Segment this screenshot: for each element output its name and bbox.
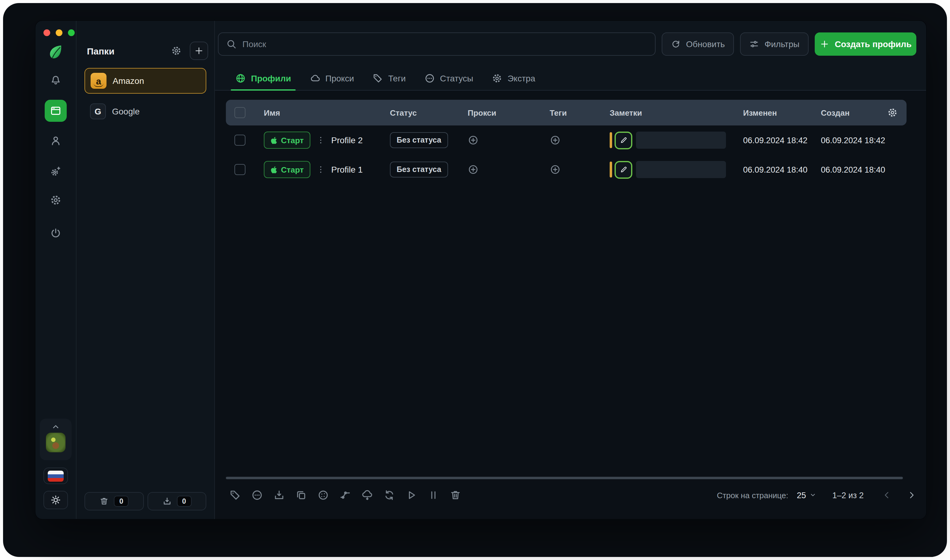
next-page-button[interactable] — [907, 490, 916, 500]
refresh-button[interactable]: Обновить — [662, 32, 734, 56]
tab-profiles[interactable]: Профили — [226, 66, 300, 90]
topbar: Обновить Фильтры Создать профиль — [218, 32, 916, 56]
desktop-background: Папки a Amazon — [0, 0, 950, 560]
add-tag-button[interactable] — [550, 135, 561, 146]
theme-toggle-button[interactable] — [43, 491, 68, 509]
bulk-copy-button[interactable] — [295, 489, 307, 501]
tab-tags[interactable]: Теги — [363, 66, 415, 90]
apple-icon — [271, 136, 277, 144]
folder-item-google[interactable]: G Google — [85, 98, 206, 124]
user-avatar[interactable] — [46, 433, 66, 452]
status-badge[interactable]: Без статуса — [390, 132, 448, 148]
header-notes: Заметки — [610, 108, 743, 117]
folder-item-amazon[interactable]: a Amazon — [85, 68, 206, 94]
plus-icon — [820, 39, 830, 49]
note-field[interactable] — [636, 161, 726, 178]
trash-icon — [100, 496, 109, 506]
header-tags: Теги — [548, 108, 610, 117]
row-menu-button[interactable] — [316, 165, 326, 174]
power-icon — [49, 227, 62, 239]
edit-note-button[interactable] — [614, 131, 632, 149]
folders-settings-button[interactable] — [168, 42, 185, 59]
start-profile-button[interactable]: Старт — [264, 132, 310, 149]
apple-icon — [271, 166, 277, 174]
tab-extra[interactable]: Экстра — [482, 66, 545, 90]
play-icon — [405, 489, 417, 501]
search-icon — [226, 38, 237, 49]
filters-button[interactable]: Фильтры — [740, 32, 808, 56]
screen-background: Папки a Amazon — [3, 3, 947, 557]
bulk-proxy-button[interactable] — [339, 489, 351, 501]
ellipsis-circle-icon — [251, 489, 263, 501]
bulk-cloud-sync-button[interactable] — [361, 489, 373, 501]
collapse-button[interactable] — [51, 422, 61, 431]
archive-icon — [162, 496, 172, 506]
nav-automation-button[interactable] — [49, 165, 62, 177]
bulk-cookies-button[interactable] — [317, 489, 329, 501]
bulk-transfer-button[interactable] — [273, 489, 285, 501]
created-date: 06.09.2024 18:42 — [821, 135, 885, 145]
minimize-window-button[interactable] — [56, 29, 62, 36]
icon-rail — [35, 21, 77, 519]
rows-per-page-label: Строк на странице: — [717, 491, 788, 500]
created-date: 06.09.2024 18:40 — [821, 165, 885, 174]
table-header: Имя Статус Прокси Теги Заметки Изменен С… — [226, 100, 907, 125]
nav-settings-button[interactable] — [49, 194, 62, 206]
active-nav-tile — [45, 100, 67, 122]
nav-profiles-button[interactable] — [45, 100, 67, 122]
language-button[interactable] — [43, 468, 68, 484]
gear-icon — [171, 45, 182, 56]
header-modified: Изменен — [743, 108, 821, 117]
add-folder-button[interactable] — [190, 42, 208, 60]
trash-folders-button[interactable]: 0 — [85, 492, 143, 511]
tab-statuses[interactable]: Статусы — [415, 66, 483, 90]
note-accent-bar — [610, 162, 612, 177]
trash-icon — [449, 489, 462, 501]
amazon-icon: a — [91, 73, 106, 89]
bulk-start-button[interactable] — [405, 489, 417, 501]
sun-icon — [50, 494, 61, 506]
note-field[interactable] — [636, 132, 726, 149]
app-logo — [46, 43, 65, 61]
table-row: Старт Profile 2 Без статуса — [226, 125, 907, 155]
window-controls — [43, 29, 75, 36]
tab-proxy[interactable]: Прокси — [300, 66, 363, 90]
horizontal-scrollbar[interactable] — [226, 477, 903, 479]
maximize-window-button[interactable] — [68, 29, 75, 36]
logout-button[interactable] — [49, 227, 62, 239]
bulk-delete-button[interactable] — [449, 489, 462, 501]
folder-list: a Amazon G Google — [85, 68, 206, 124]
add-tag-button[interactable] — [550, 164, 561, 175]
globe-icon — [235, 72, 246, 83]
previous-page-button[interactable] — [882, 490, 892, 500]
row-checkbox[interactable] — [234, 164, 245, 175]
column-settings-button[interactable] — [887, 100, 898, 125]
note-widget — [610, 131, 726, 149]
bulk-tags-button[interactable] — [229, 489, 241, 501]
bulk-status-button[interactable] — [251, 489, 263, 501]
rows-per-page-select[interactable]: 25 — [797, 491, 816, 500]
ellipsis-circle-icon — [424, 72, 435, 83]
create-profile-button[interactable]: Создать профиль — [815, 32, 916, 56]
start-profile-button[interactable]: Старт — [264, 161, 310, 178]
bulk-pause-button[interactable] — [427, 489, 439, 501]
add-proxy-button[interactable] — [468, 135, 479, 146]
archive-folders-button[interactable]: 0 — [147, 492, 206, 511]
page-range: 1–2 из 2 — [832, 491, 864, 500]
close-window-button[interactable] — [43, 29, 50, 36]
search-input[interactable] — [242, 39, 648, 49]
app-window: Папки a Amazon — [35, 20, 927, 520]
add-proxy-button[interactable] — [468, 164, 479, 175]
nav-accounts-button[interactable] — [49, 135, 62, 147]
tag-icon — [229, 489, 241, 501]
folder-name: Amazon — [112, 76, 144, 86]
edit-note-button[interactable] — [614, 161, 632, 178]
row-checkbox[interactable] — [234, 135, 245, 146]
copy-icon — [295, 489, 307, 501]
status-badge[interactable]: Без статуса — [390, 162, 448, 177]
pencil-icon — [619, 136, 628, 145]
notifications-button[interactable] — [49, 74, 62, 86]
select-all-checkbox[interactable] — [234, 107, 245, 118]
row-menu-button[interactable] — [316, 135, 326, 145]
bulk-sync-button[interactable] — [383, 489, 396, 501]
